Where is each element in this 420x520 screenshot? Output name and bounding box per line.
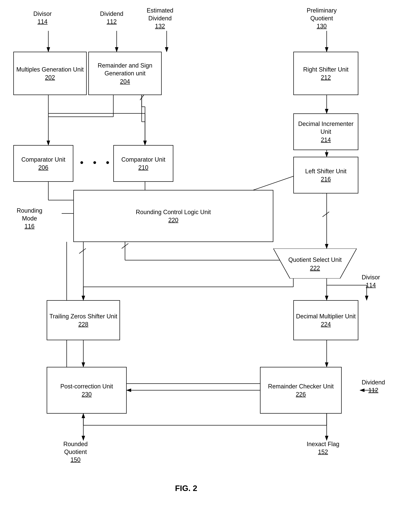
- svg-text:Quotient Select Unit: Quotient Select Unit: [288, 256, 342, 263]
- svg-line-53: [322, 212, 329, 217]
- remainder-checker-unit: Remainder Checker Unit 226: [260, 367, 342, 413]
- figure-label: FIG. 2: [175, 484, 197, 493]
- ellipsis: • • •: [80, 157, 113, 168]
- post-correction-unit: Post-correction Unit 230: [47, 367, 127, 413]
- rounded-quotient-label: Rounded Quotient 150: [63, 440, 88, 464]
- trailing-zeros-unit: Trailing Zeros Shifter Unit 228: [47, 300, 120, 340]
- estimated-dividend-label: Estimated Dividend 132: [147, 7, 173, 30]
- rounding-control-unit: Rounding Control Logic Unit 220: [73, 190, 273, 242]
- decimal-multiplier-unit: Decimal Multiplier Unit 224: [293, 300, 358, 340]
- inexact-flag-label: Inexact Flag 152: [307, 440, 339, 456]
- dividend-112-label: Dividend 112: [100, 10, 123, 26]
- rounding-mode-label: Rounding Mode 116: [17, 207, 42, 230]
- remainder-sign-unit: Remainder and Sign Generation unit 204: [88, 52, 162, 95]
- decimal-incrementer-unit: Decimal Incrementer Unit 214: [293, 113, 358, 150]
- svg-line-56: [79, 248, 86, 253]
- divisor-114-label: Divisor 114: [33, 10, 52, 26]
- svg-marker-57: [273, 248, 357, 278]
- dividend-112-bot-label: Dividend 112: [362, 379, 385, 394]
- comparator-210-unit: Comparator Unit 210: [113, 145, 173, 182]
- multiples-gen-unit: Multiples Generation Unit 202: [13, 52, 87, 95]
- preliminary-quotient-label: Preliminary Quotient 130: [307, 7, 337, 30]
- svg-line-55: [122, 244, 128, 248]
- left-shifter-unit: Left Shifter Unit 216: [293, 157, 358, 193]
- comparator-206-unit: Comparator Unit 206: [13, 145, 73, 182]
- svg-text:222: 222: [310, 265, 320, 272]
- right-shifter-unit: Right Shifter Unit 212: [293, 52, 358, 95]
- divisor-114-mid-label: Divisor 114: [362, 274, 380, 289]
